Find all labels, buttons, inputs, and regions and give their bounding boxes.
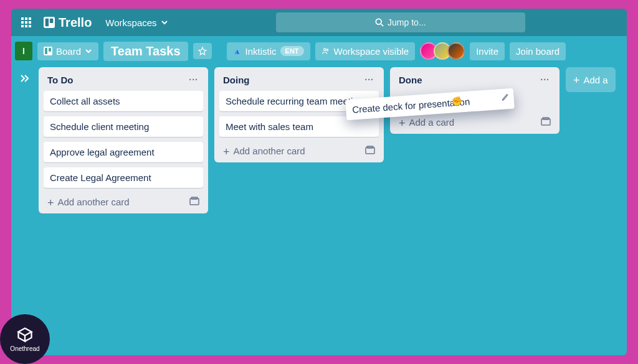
visibility-chip[interactable]: Workspace visible bbox=[315, 42, 416, 60]
card[interactable]: Create Legal Agreement bbox=[44, 167, 203, 188]
list-title[interactable]: Done bbox=[399, 75, 422, 85]
list-todo: To Do ··· Collect all assets Schedule cl… bbox=[39, 67, 208, 213]
org-chip[interactable]: Inktistic ENT bbox=[227, 42, 310, 60]
search-icon bbox=[375, 18, 384, 27]
pencil-icon bbox=[501, 92, 510, 101]
double-chevron-right-icon bbox=[20, 74, 30, 83]
people-icon bbox=[321, 47, 330, 55]
star-icon bbox=[198, 47, 207, 55]
plus-icon: + bbox=[573, 76, 580, 85]
search-wrap: Jump to... bbox=[179, 12, 622, 32]
svg-rect-15 bbox=[45, 48, 47, 54]
user-initial: I bbox=[22, 46, 25, 56]
list-footer: + Add a card bbox=[395, 113, 555, 129]
svg-rect-6 bbox=[21, 25, 24, 27]
visibility-label: Workspace visible bbox=[334, 46, 409, 57]
card[interactable]: Schedule client meeting bbox=[44, 116, 203, 137]
svg-line-13 bbox=[381, 24, 384, 27]
grab-cursor-icon: ✊ bbox=[451, 95, 462, 106]
list-menu-button[interactable]: ··· bbox=[186, 73, 201, 86]
chevron-down-icon bbox=[85, 47, 92, 55]
list-title[interactable]: To Do bbox=[47, 75, 73, 85]
svg-rect-8 bbox=[29, 25, 31, 27]
list-footer: + Add another card bbox=[44, 193, 203, 208]
trello-logo[interactable]: Trello bbox=[41, 16, 94, 30]
card[interactable]: Approve legal agreement bbox=[44, 142, 203, 162]
add-card-label: Add a card bbox=[409, 117, 455, 128]
svg-rect-10 bbox=[45, 19, 49, 27]
user-avatar[interactable]: I bbox=[15, 42, 32, 60]
svg-rect-11 bbox=[50, 19, 53, 23]
svg-point-12 bbox=[376, 19, 381, 24]
svg-point-18 bbox=[326, 49, 328, 51]
card-template-button[interactable] bbox=[540, 116, 552, 129]
workspaces-dropdown[interactable]: Workspaces bbox=[99, 14, 174, 32]
lists-container: To Do ··· Collect all assets Schedule cl… bbox=[39, 67, 616, 213]
edit-icon[interactable] bbox=[501, 92, 510, 103]
svg-rect-5 bbox=[29, 21, 31, 24]
list-title[interactable]: Doing bbox=[223, 75, 250, 85]
avatar bbox=[447, 42, 465, 60]
template-icon bbox=[365, 146, 375, 154]
add-list-label: Add a bbox=[584, 75, 608, 85]
workspaces-label: Workspaces bbox=[105, 17, 156, 28]
top-nav: Trello Workspaces Jump to... bbox=[11, 9, 627, 36]
svg-rect-4 bbox=[25, 21, 27, 24]
board-icon bbox=[44, 47, 52, 55]
svg-rect-2 bbox=[29, 17, 31, 20]
search-input[interactable]: Jump to... bbox=[276, 12, 525, 32]
onethread-badge: Onethread bbox=[0, 314, 50, 364]
apps-grid-icon bbox=[21, 17, 31, 27]
template-icon bbox=[541, 117, 551, 126]
org-badge: ENT bbox=[280, 46, 304, 56]
board-body: To Do ··· Collect all assets Schedule cl… bbox=[11, 66, 627, 355]
board-bar: I Board Team Tasks Inktistic ENT Workspa… bbox=[11, 36, 627, 66]
plus-icon: + bbox=[399, 119, 406, 128]
invite-label: Invite bbox=[476, 46, 498, 57]
add-card-label: Add another card bbox=[234, 146, 305, 156]
invite-button[interactable]: Invite bbox=[470, 42, 505, 60]
svg-point-17 bbox=[323, 49, 326, 51]
card-template-button[interactable] bbox=[364, 144, 376, 157]
list-header: Doing ··· bbox=[219, 72, 379, 86]
add-list-button[interactable]: + Add a bbox=[566, 67, 616, 92]
apps-switcher-button[interactable] bbox=[16, 12, 36, 32]
plus-icon: + bbox=[47, 198, 54, 207]
add-card-label: Add another card bbox=[58, 197, 130, 207]
trello-board-icon bbox=[44, 17, 55, 28]
svg-rect-16 bbox=[49, 48, 51, 52]
cube-icon bbox=[16, 326, 34, 343]
onethread-label: Onethread bbox=[10, 345, 39, 352]
board-title[interactable]: Team Tasks bbox=[103, 42, 188, 61]
svg-rect-9 bbox=[44, 17, 55, 28]
add-card-button[interactable]: + Add another card bbox=[223, 146, 305, 156]
brand-text: Trello bbox=[59, 16, 92, 30]
star-board-button[interactable] bbox=[193, 43, 212, 59]
org-name: Inktistic bbox=[245, 46, 277, 57]
list-menu-button[interactable]: ··· bbox=[538, 73, 552, 86]
sidebar-expand-button[interactable] bbox=[16, 70, 34, 87]
add-card-button[interactable]: + Add another card bbox=[47, 197, 130, 207]
join-board-button[interactable]: Join board bbox=[510, 42, 566, 60]
template-icon bbox=[189, 197, 199, 205]
svg-rect-0 bbox=[21, 17, 24, 20]
board-view-label: Board bbox=[56, 46, 81, 57]
atlassian-icon bbox=[233, 47, 242, 55]
board-view-switch[interactable]: Board bbox=[37, 42, 98, 60]
list-menu-button[interactable]: ··· bbox=[362, 73, 376, 86]
join-label: Join board bbox=[516, 46, 559, 57]
list-header: To Do ··· bbox=[44, 72, 203, 86]
plus-icon: + bbox=[223, 147, 230, 156]
chevron-down-icon bbox=[161, 19, 168, 26]
svg-rect-1 bbox=[25, 17, 27, 20]
trello-app: Trello Workspaces Jump to... I Board Tea… bbox=[11, 9, 627, 355]
card[interactable]: Collect all assets bbox=[44, 91, 203, 111]
add-card-button[interactable]: + Add a card bbox=[399, 117, 454, 128]
svg-rect-3 bbox=[21, 21, 24, 24]
card-template-button[interactable] bbox=[188, 195, 201, 208]
search-placeholder: Jump to... bbox=[388, 17, 426, 27]
svg-rect-7 bbox=[25, 25, 27, 27]
board-title-text: Team Tasks bbox=[111, 44, 181, 58]
list-header: Done ··· bbox=[395, 72, 555, 86]
member-avatars[interactable] bbox=[420, 42, 465, 60]
